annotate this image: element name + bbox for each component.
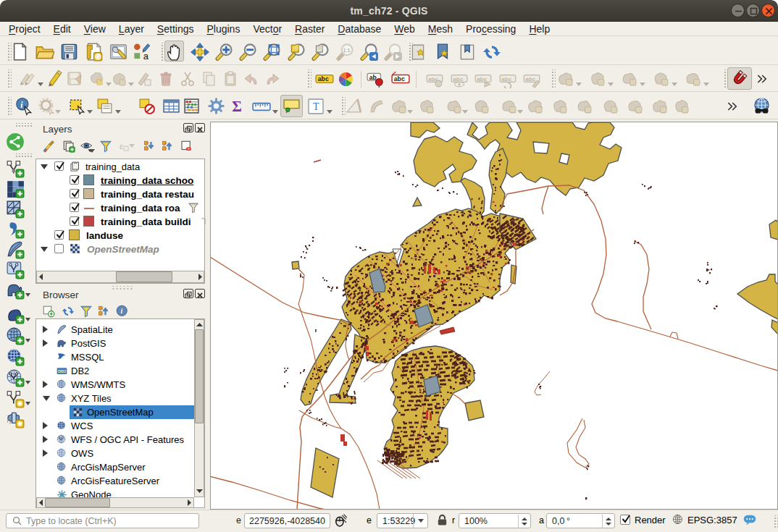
svg-text:abc: abc xyxy=(453,76,463,83)
svg-text:abc: abc xyxy=(318,75,329,83)
svg-text:ε: ε xyxy=(120,141,123,151)
svg-text:DB2: DB2 xyxy=(58,369,66,373)
svg-text:*: * xyxy=(98,79,101,86)
svg-text:abc: abc xyxy=(394,75,405,83)
svg-text:T: T xyxy=(313,101,319,112)
svg-text:abc: abc xyxy=(525,76,535,83)
svg-text:abc: abc xyxy=(501,76,511,83)
svg-text:1:1: 1:1 xyxy=(343,48,351,53)
svg-text:i: i xyxy=(120,307,122,315)
svg-text:abc: abc xyxy=(477,76,487,83)
svg-text:Σ: Σ xyxy=(232,98,242,115)
svg-text:a: a xyxy=(143,51,149,62)
svg-text:ab: ab xyxy=(369,74,377,81)
